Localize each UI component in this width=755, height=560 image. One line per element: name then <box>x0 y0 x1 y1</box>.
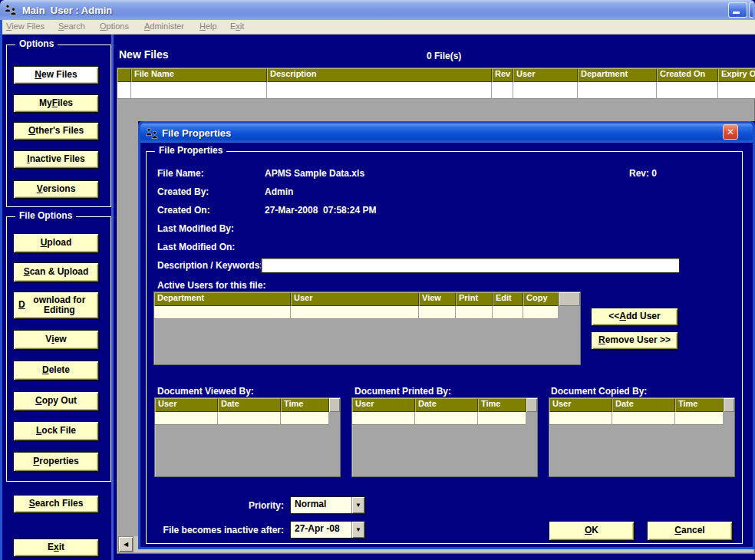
viewed-label: Document Viewed By: <box>157 386 254 397</box>
properties-button[interactable]: Properties <box>13 452 99 472</box>
inactive-date-select[interactable]: 27-Apr -08 ▼ <box>290 521 365 539</box>
au-column-edit[interactable]: Edit <box>493 292 523 306</box>
active-users-label: Active Users for this file: <box>157 280 265 291</box>
au-column-copy[interactable]: Copy <box>523 292 559 306</box>
column-expiry-on[interactable]: Expiry O <box>718 68 755 82</box>
lock-file-button[interactable]: Lock File <box>13 421 99 441</box>
scan-upload-button[interactable]: Scan & Upload <box>13 262 99 282</box>
ok-button[interactable]: OK <box>549 521 635 541</box>
window-title: Main User : Admin <box>22 5 112 16</box>
log-column-date[interactable]: Date <box>612 398 675 412</box>
menu-bar: View Files Search Options Administer Hel… <box>0 20 755 35</box>
column-user[interactable]: User <box>513 68 578 82</box>
users-org-icon <box>145 127 159 140</box>
users-org-icon <box>4 4 18 16</box>
column-description[interactable]: Description <box>267 68 492 82</box>
column-created-on[interactable]: Created On <box>657 68 718 82</box>
table-row <box>154 306 580 319</box>
table-row <box>352 412 537 425</box>
delete-button[interactable]: Delete <box>13 361 99 380</box>
copied-table: User Date Time <box>549 397 735 477</box>
new-files-button[interactable]: New Files <box>13 66 99 84</box>
menu-view-files[interactable]: View Files <box>6 21 45 31</box>
menu-exit[interactable]: Exit <box>230 21 244 31</box>
log-column-time[interactable]: Time <box>281 398 329 412</box>
window-titlebar[interactable]: Main User : Admin <box>0 0 755 20</box>
au-column-view[interactable]: View <box>419 292 456 306</box>
main-window: Main User : Admin View Files Search Opti… <box>0 0 755 560</box>
scroll-left-button[interactable]: ◀ <box>118 536 134 552</box>
description-input[interactable] <box>261 258 680 273</box>
options-group-label: Options <box>15 38 58 49</box>
left-arrow-icon: ◀ <box>124 541 128 548</box>
printed-table: User Date Time <box>351 397 538 477</box>
priority-value: Normal <box>291 497 351 513</box>
last-modified-by-label: Last Modified By: <box>157 223 234 234</box>
table-row <box>155 412 340 425</box>
exit-button[interactable]: Exit <box>13 539 99 557</box>
minimize-icon <box>733 12 740 14</box>
au-header-filler <box>559 292 580 306</box>
dialog-title: File Properties <box>162 127 231 139</box>
column-select[interactable] <box>117 68 131 82</box>
column-rev[interactable]: Rev <box>492 68 513 82</box>
chevron-down-icon[interactable]: ▼ <box>351 522 364 538</box>
printed-label: Document Printed By: <box>354 386 451 397</box>
column-department[interactable]: Department <box>578 68 657 82</box>
window-control-partial[interactable] <box>749 2 753 18</box>
search-files-button[interactable]: Search Files <box>13 495 99 513</box>
file-options-group-label: File Options <box>15 210 76 221</box>
others-files-button[interactable]: Other's Files <box>13 122 99 140</box>
table-row <box>117 82 754 99</box>
dialog-titlebar[interactable]: File Properties <box>140 124 753 143</box>
log-column-date[interactable]: Date <box>218 398 281 412</box>
view-button[interactable]: View <box>13 330 99 350</box>
add-user-button[interactable]: << Add User <box>591 308 678 326</box>
file-properties-dialog: File Properties ✕ File Properties File N… <box>138 121 755 549</box>
menu-options[interactable]: Options <box>100 21 129 31</box>
log-column-user[interactable]: User <box>352 398 415 412</box>
file-count: 0 File(s) <box>427 51 461 61</box>
created-on-label: Created On: <box>157 205 210 216</box>
au-column-print[interactable]: Print <box>456 292 493 306</box>
log-column-user[interactable]: User <box>549 398 612 412</box>
copied-label: Document Copied By: <box>551 386 647 397</box>
upload-button[interactable]: Upload <box>13 233 99 253</box>
sidebar-divider <box>111 35 114 560</box>
my-files-button[interactable]: My Files <box>13 94 99 113</box>
close-button[interactable]: ✕ <box>723 124 738 140</box>
log-column-time[interactable]: Time <box>675 398 724 412</box>
file-name-label: File Name: <box>157 168 204 179</box>
priority-label: Priority: <box>169 500 284 511</box>
cancel-button[interactable]: Cancel <box>647 521 733 541</box>
created-on-value: 27-Mar-2008 07:58:24 PM <box>265 205 376 216</box>
page-title: New Files <box>119 48 169 61</box>
close-icon: ✕ <box>727 127 734 137</box>
file-properties-group-label: File Properties <box>155 145 226 156</box>
table-row <box>549 412 734 425</box>
menu-administer[interactable]: Administer <box>144 21 184 31</box>
versions-button[interactable]: Versions <box>13 180 99 199</box>
column-file-name[interactable]: File Name <box>131 68 267 82</box>
au-column-department[interactable]: Department <box>154 292 291 306</box>
menu-search[interactable]: Search <box>58 21 85 31</box>
created-by-label: Created By: <box>157 186 209 197</box>
window-left-border <box>0 20 2 560</box>
remove-user-button[interactable]: Remove User >> <box>591 331 678 350</box>
chevron-down-icon[interactable]: ▼ <box>351 497 364 513</box>
priority-select[interactable]: Normal ▼ <box>290 496 365 514</box>
minimize-button[interactable] <box>728 2 747 18</box>
last-modified-on-label: Last Modified On: <box>157 242 235 252</box>
log-column-date[interactable]: Date <box>415 398 478 412</box>
copy-out-button[interactable]: Copy Out <box>13 391 99 411</box>
menu-help[interactable]: Help <box>199 21 217 31</box>
au-column-user[interactable]: User <box>291 292 419 306</box>
log-column-time[interactable]: Time <box>478 398 526 412</box>
inactive-date-value: 27-Apr -08 <box>291 522 351 538</box>
download-editing-button[interactable]: Download for Editing <box>13 292 99 319</box>
rev-value: Rev: 0 <box>629 168 657 179</box>
inactive-files-button[interactable]: Inactive Files <box>13 150 99 169</box>
created-by-value: Admin <box>265 186 293 197</box>
log-column-user[interactable]: User <box>155 398 218 412</box>
file-name-value: APMS Sample Data.xls <box>265 168 364 179</box>
